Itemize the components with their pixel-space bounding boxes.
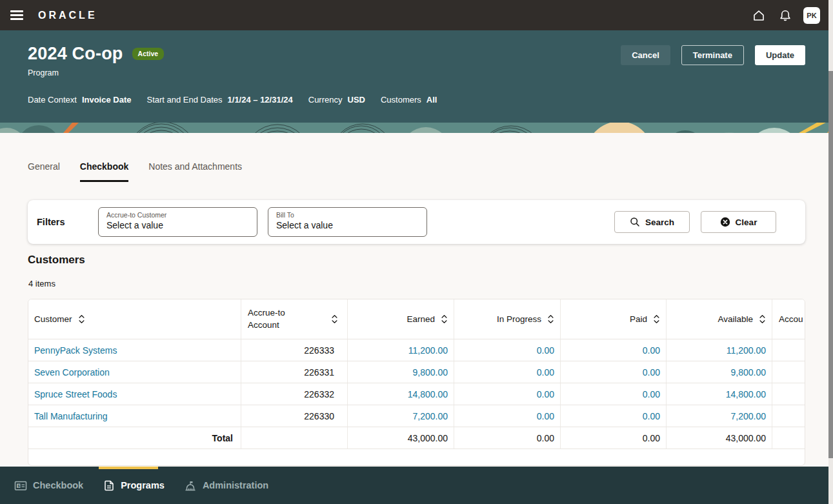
- tab-checkbook[interactable]: Checkbook: [80, 161, 128, 182]
- bill-to-label: Bill To: [276, 211, 419, 219]
- available-cell[interactable]: 14,800.00: [667, 383, 772, 405]
- account-extra-cell: [772, 405, 805, 427]
- total-extra-cell: [772, 427, 805, 449]
- filters-panel: Filters Accrue-to Customer Select a valu…: [28, 200, 805, 244]
- table-row: Seven Corporation 226331 9,800.00 0.00 0…: [28, 361, 805, 383]
- column-label: Earned: [406, 314, 435, 324]
- earned-cell[interactable]: 14,800.00: [348, 383, 454, 405]
- paid-cell[interactable]: 0.00: [561, 383, 667, 405]
- meta-value: Invoice Date: [82, 95, 132, 105]
- update-button[interactable]: Update: [755, 45, 805, 65]
- customer-link[interactable]: Tall Manufacturing: [28, 405, 241, 427]
- total-label: Total: [28, 427, 241, 449]
- paid-cell[interactable]: 0.00: [561, 361, 667, 383]
- meta-value: USD: [348, 95, 365, 105]
- vertical-scrollbar-thumb[interactable]: [828, 71, 833, 458]
- page-title: 2024 Co-op: [28, 44, 123, 64]
- account-cell: 226331: [241, 361, 348, 383]
- sort-icon: [78, 314, 85, 325]
- column-label: Customer: [34, 314, 72, 324]
- customer-link[interactable]: PennyPack Systems: [28, 339, 241, 361]
- column-header-accrue-to-account[interactable]: Accrue-to Account: [241, 299, 348, 339]
- account-extra-cell: [772, 361, 805, 383]
- meta-label: Currency: [308, 95, 343, 105]
- sort-icon: [759, 314, 766, 325]
- sort-icon: [547, 314, 554, 325]
- bill-to-field[interactable]: Bill To Select a value: [268, 207, 427, 237]
- home-icon[interactable]: [750, 7, 767, 24]
- column-label: Available: [718, 314, 753, 324]
- programs-document-icon: [103, 479, 115, 492]
- in-progress-cell[interactable]: 0.00: [454, 339, 561, 361]
- account-cell: 226330: [241, 405, 348, 427]
- oracle-logo: ORACLE: [38, 10, 97, 21]
- meta-label: Customers: [381, 95, 421, 105]
- table-total-row: Total 43,000.00 0.00 0.00 43,000.00: [28, 427, 805, 449]
- in-progress-cell[interactable]: 0.00: [454, 405, 561, 427]
- column-label: Accrue-to Account: [248, 307, 302, 330]
- earned-cell[interactable]: 9,800.00: [348, 361, 454, 383]
- sort-icon: [653, 314, 660, 325]
- bill-to-placeholder: Select a value: [276, 220, 419, 230]
- filters-title: Filters: [37, 217, 98, 227]
- nav-item-checkbook[interactable]: $ Checkbook: [14, 479, 83, 492]
- program-header: 2024 Co-op Active Program Cancel Termina…: [0, 30, 833, 133]
- notifications-bell-icon[interactable]: [777, 7, 794, 24]
- account-cell: 226333: [241, 339, 348, 361]
- column-header-customer[interactable]: Customer: [28, 299, 241, 339]
- table-header-row: Customer Accrue-to Account Earned In Pro…: [28, 299, 805, 339]
- customers-heading: Customers: [28, 254, 85, 267]
- clear-button[interactable]: Clear: [701, 211, 776, 233]
- earned-cell[interactable]: 7,200.00: [348, 405, 454, 427]
- in-progress-cell[interactable]: 0.00: [454, 361, 561, 383]
- available-cell[interactable]: 9,800.00: [667, 361, 772, 383]
- clear-button-label: Clear: [736, 217, 758, 227]
- bottom-navigation: $ Checkbook Programs: [0, 467, 833, 504]
- account-extra-cell: [772, 383, 805, 405]
- account-extra-cell: [772, 339, 805, 361]
- column-header-earned[interactable]: Earned: [348, 299, 454, 339]
- search-button-label: Search: [645, 217, 674, 227]
- terminate-button[interactable]: Terminate: [681, 45, 744, 65]
- cancel-button[interactable]: Cancel: [621, 45, 670, 65]
- account-cell: 226332: [241, 383, 348, 405]
- table-row: Tall Manufacturing 226330 7,200.00 0.00 …: [28, 405, 805, 427]
- meta-value: All: [427, 95, 437, 105]
- column-header-available[interactable]: Available: [667, 299, 772, 339]
- in-progress-cell[interactable]: 0.00: [454, 383, 561, 405]
- active-nav-indicator: [99, 467, 158, 469]
- table-row: PennyPack Systems 226333 11,200.00 0.00 …: [28, 339, 805, 361]
- nav-item-programs[interactable]: Programs: [103, 479, 165, 492]
- user-avatar[interactable]: PK: [803, 7, 820, 24]
- paid-cell[interactable]: 0.00: [561, 339, 667, 361]
- table-row: Spruce Street Foods 226332 14,800.00 0.0…: [28, 383, 805, 405]
- paid-cell[interactable]: 0.00: [561, 405, 667, 427]
- total-paid-cell: 0.00: [561, 427, 667, 449]
- customer-link[interactable]: Spruce Street Foods: [28, 383, 241, 405]
- search-button[interactable]: Search: [614, 211, 690, 233]
- column-header-paid[interactable]: Paid: [561, 299, 667, 339]
- accrue-to-customer-field[interactable]: Accrue-to Customer Select a value: [98, 207, 257, 237]
- items-count: 4 items: [28, 279, 55, 288]
- nav-item-administration[interactable]: Administration: [184, 479, 268, 492]
- tab-notes-and-attachments[interactable]: Notes and Attachments: [148, 161, 242, 182]
- nav-item-label: Administration: [203, 480, 268, 490]
- administration-building-icon: [184, 479, 197, 492]
- column-label: Paid: [630, 314, 647, 324]
- total-available-cell: 43,000.00: [667, 427, 772, 449]
- earned-cell[interactable]: 11,200.00: [348, 339, 454, 361]
- total-account-cell: [241, 427, 348, 449]
- decorative-leaf-pattern: [0, 123, 833, 133]
- available-cell[interactable]: 7,200.00: [667, 405, 772, 427]
- tab-general[interactable]: General: [28, 161, 60, 182]
- top-app-bar: ORACLE PK: [0, 0, 833, 30]
- customers-table: Customer Accrue-to Account Earned In Pro…: [28, 299, 805, 466]
- hamburger-menu-icon[interactable]: [10, 10, 23, 20]
- customer-link[interactable]: Seven Corporation: [28, 361, 241, 383]
- meta-label: Start and End Dates: [146, 95, 222, 105]
- program-meta-row: Date ContextInvoice Date Start and End D…: [28, 95, 437, 105]
- detail-tabs: General Checkbook Notes and Attachments: [28, 161, 242, 182]
- available-cell[interactable]: 11,200.00: [667, 339, 772, 361]
- column-header-account-truncated[interactable]: Accou: [772, 299, 805, 339]
- column-header-in-progress[interactable]: In Progress: [454, 299, 561, 339]
